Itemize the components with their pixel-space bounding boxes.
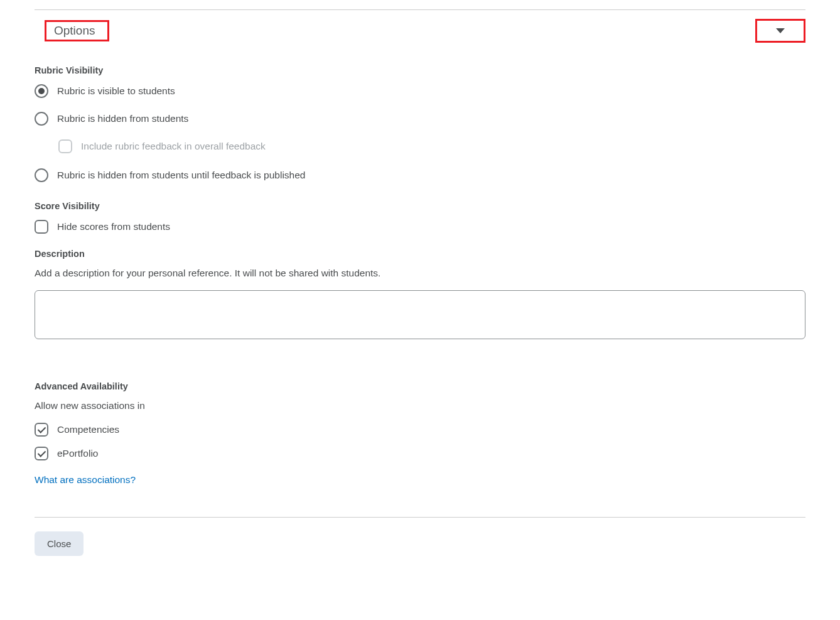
rubric-hidden-until-published-row: Rubric is hidden from students until fee… [35,168,805,182]
description-title: Description [35,249,805,259]
rubric-hidden-until-published-label: Rubric is hidden from students until fee… [57,170,305,181]
description-section: Description Add a description for your p… [35,249,805,366]
rubric-visibility-section: Rubric Visibility Rubric is visible to s… [35,65,805,182]
include-feedback-label: Include rubric feedback in overall feedb… [81,141,266,152]
competencies-row: Competencies [35,423,805,437]
collapse-toggle[interactable] [755,19,805,43]
eportfolio-checkbox[interactable] [35,447,48,460]
rubric-visible-radio[interactable] [35,84,48,98]
eportfolio-label: ePortfolio [57,448,98,459]
chevron-down-icon [776,28,785,33]
rubric-visible-row: Rubric is visible to students [35,84,805,98]
hide-scores-checkbox[interactable] [35,220,48,234]
options-title-highlight: Options [45,20,109,41]
description-textarea[interactable] [35,290,805,339]
rubric-hidden-label: Rubric is hidden from students [57,113,188,124]
advanced-availability-section: Advanced Availability Allow new associat… [35,381,805,486]
rubric-visibility-radio-group: Rubric is visible to students Rubric is … [35,84,805,182]
rubric-visibility-title: Rubric Visibility [35,65,805,75]
score-visibility-title: Score Visibility [35,201,805,211]
hide-scores-row: Hide scores from students [35,220,805,234]
score-visibility-section: Score Visibility Hide scores from studen… [35,201,805,234]
rubric-hidden-until-published-radio[interactable] [35,168,48,182]
advanced-availability-subtitle: Allow new associations in [35,400,805,411]
eportfolio-row: ePortfolio [35,447,805,460]
options-header: Options [35,10,805,52]
hide-scores-label: Hide scores from students [57,221,170,232]
include-feedback-checkbox [58,139,72,153]
competencies-label: Competencies [57,424,119,435]
rubric-hidden-radio[interactable] [35,112,48,126]
rubric-hidden-row: Rubric is hidden from students [35,112,805,126]
associations-help-link[interactable]: What are associations? [35,474,136,486]
close-button[interactable]: Close [35,531,83,556]
options-title: Options [54,24,95,37]
bottom-divider [35,517,805,518]
rubric-visible-label: Rubric is visible to students [57,85,175,97]
competencies-checkbox[interactable] [35,423,48,437]
include-feedback-row: Include rubric feedback in overall feedb… [58,139,805,153]
advanced-availability-title: Advanced Availability [35,381,805,391]
description-help: Add a description for your personal refe… [35,268,805,279]
